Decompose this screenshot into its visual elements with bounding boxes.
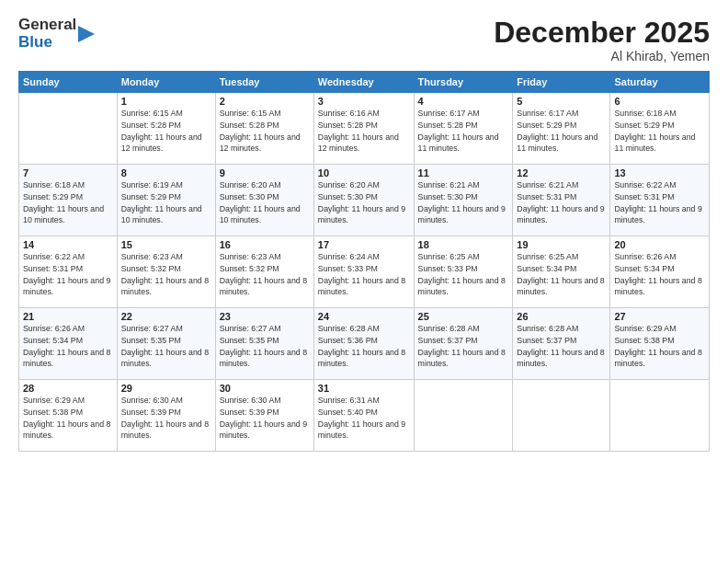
- day-info: Sunrise: 6:26 AMSunset: 5:34 PMDaylight:…: [614, 251, 705, 298]
- day-info: Sunrise: 6:22 AMSunset: 5:31 PMDaylight:…: [614, 179, 705, 226]
- logo-text: General Blue: [18, 17, 76, 51]
- calendar-cell: 13Sunrise: 6:22 AMSunset: 5:31 PMDayligh…: [610, 165, 710, 236]
- day-number: 24: [318, 311, 410, 322]
- calendar-cell: 14Sunrise: 6:22 AMSunset: 5:31 PMDayligh…: [19, 236, 118, 308]
- calendar-cell: 16Sunrise: 6:23 AMSunset: 5:32 PMDayligh…: [215, 236, 313, 308]
- day-number: 30: [220, 383, 310, 394]
- calendar-cell: 1Sunrise: 6:15 AMSunset: 5:28 PMDaylight…: [117, 93, 215, 165]
- day-number: 23: [220, 311, 310, 322]
- calendar-cell: 10Sunrise: 6:20 AMSunset: 5:30 PMDayligh…: [313, 165, 414, 236]
- calendar-cell: 19Sunrise: 6:25 AMSunset: 5:34 PMDayligh…: [513, 236, 610, 308]
- calendar-cell: [610, 380, 710, 452]
- day-number: 27: [614, 311, 705, 322]
- calendar-cell: 9Sunrise: 6:20 AMSunset: 5:30 PMDaylight…: [215, 165, 313, 236]
- day-info: Sunrise: 6:30 AMSunset: 5:39 PMDaylight:…: [220, 395, 310, 442]
- day-info: Sunrise: 6:23 AMSunset: 5:32 PMDaylight:…: [220, 251, 310, 298]
- day-info: Sunrise: 6:31 AMSunset: 5:40 PMDaylight:…: [318, 395, 410, 442]
- day-info: Sunrise: 6:21 AMSunset: 5:30 PMDaylight:…: [418, 179, 509, 226]
- logo-triangle-icon: [78, 22, 95, 42]
- day-number: 26: [517, 311, 606, 322]
- day-info: Sunrise: 6:30 AMSunset: 5:39 PMDaylight:…: [121, 395, 211, 442]
- calendar-week-row: 21Sunrise: 6:26 AMSunset: 5:34 PMDayligh…: [19, 308, 710, 380]
- calendar-cell: 25Sunrise: 6:28 AMSunset: 5:37 PMDayligh…: [414, 308, 513, 380]
- page: General Blue December 2025 Al Khirab, Ye…: [0, 0, 728, 563]
- day-number: 29: [121, 383, 211, 394]
- calendar-cell: 8Sunrise: 6:19 AMSunset: 5:29 PMDaylight…: [117, 165, 215, 236]
- header-sunday: Sunday: [19, 72, 118, 93]
- day-number: 15: [121, 239, 211, 250]
- calendar-cell: 2Sunrise: 6:15 AMSunset: 5:28 PMDaylight…: [215, 93, 313, 165]
- logo-blue: Blue: [18, 34, 76, 52]
- day-info: Sunrise: 6:23 AMSunset: 5:32 PMDaylight:…: [121, 251, 211, 298]
- calendar-cell: 31Sunrise: 6:31 AMSunset: 5:40 PMDayligh…: [313, 380, 414, 452]
- calendar-cell: 17Sunrise: 6:24 AMSunset: 5:33 PMDayligh…: [313, 236, 414, 308]
- day-info: Sunrise: 6:29 AMSunset: 5:38 PMDaylight:…: [614, 323, 705, 370]
- calendar-cell: 5Sunrise: 6:17 AMSunset: 5:29 PMDaylight…: [513, 93, 610, 165]
- day-number: 6: [614, 96, 705, 107]
- day-info: Sunrise: 6:18 AMSunset: 5:29 PMDaylight:…: [614, 108, 705, 155]
- day-info: Sunrise: 6:17 AMSunset: 5:29 PMDaylight:…: [517, 108, 606, 155]
- day-number: 3: [318, 96, 410, 107]
- day-info: Sunrise: 6:22 AMSunset: 5:31 PMDaylight:…: [23, 251, 113, 298]
- day-info: Sunrise: 6:21 AMSunset: 5:31 PMDaylight:…: [517, 179, 606, 226]
- calendar-week-row: 28Sunrise: 6:29 AMSunset: 5:38 PMDayligh…: [19, 380, 710, 452]
- calendar-header-row: Sunday Monday Tuesday Wednesday Thursday…: [19, 72, 710, 93]
- calendar-week-row: 7Sunrise: 6:18 AMSunset: 5:29 PMDaylight…: [19, 165, 710, 236]
- calendar-cell: 28Sunrise: 6:29 AMSunset: 5:38 PMDayligh…: [19, 380, 118, 452]
- calendar-week-row: 14Sunrise: 6:22 AMSunset: 5:31 PMDayligh…: [19, 236, 710, 308]
- day-info: Sunrise: 6:15 AMSunset: 5:28 PMDaylight:…: [220, 108, 310, 155]
- day-info: Sunrise: 6:20 AMSunset: 5:30 PMDaylight:…: [318, 179, 410, 226]
- header-friday: Friday: [513, 72, 610, 93]
- header: General Blue December 2025 Al Khirab, Ye…: [18, 17, 710, 63]
- calendar-cell: 3Sunrise: 6:16 AMSunset: 5:28 PMDaylight…: [313, 93, 414, 165]
- calendar-cell: 4Sunrise: 6:17 AMSunset: 5:28 PMDaylight…: [414, 93, 513, 165]
- calendar-cell: 21Sunrise: 6:26 AMSunset: 5:34 PMDayligh…: [19, 308, 118, 380]
- calendar-table: Sunday Monday Tuesday Wednesday Thursday…: [18, 71, 710, 452]
- day-info: Sunrise: 6:16 AMSunset: 5:28 PMDaylight:…: [318, 108, 410, 155]
- day-info: Sunrise: 6:24 AMSunset: 5:33 PMDaylight:…: [318, 251, 410, 298]
- calendar-cell: 6Sunrise: 6:18 AMSunset: 5:29 PMDaylight…: [610, 93, 710, 165]
- logo-general: General: [18, 17, 76, 34]
- day-number: 19: [517, 239, 606, 250]
- day-number: 21: [23, 311, 113, 322]
- calendar-cell: 24Sunrise: 6:28 AMSunset: 5:36 PMDayligh…: [313, 308, 414, 380]
- day-number: 2: [220, 96, 310, 107]
- calendar-cell: 30Sunrise: 6:30 AMSunset: 5:39 PMDayligh…: [215, 380, 313, 452]
- day-info: Sunrise: 6:26 AMSunset: 5:34 PMDaylight:…: [23, 323, 113, 370]
- day-info: Sunrise: 6:29 AMSunset: 5:38 PMDaylight:…: [23, 395, 113, 442]
- day-number: 11: [418, 167, 509, 178]
- day-number: 31: [318, 383, 410, 394]
- calendar-cell: 23Sunrise: 6:27 AMSunset: 5:35 PMDayligh…: [215, 308, 313, 380]
- day-number: 1: [121, 96, 211, 107]
- title-block: December 2025 Al Khirab, Yemen: [494, 17, 710, 63]
- day-number: 14: [23, 239, 113, 250]
- calendar-cell: 27Sunrise: 6:29 AMSunset: 5:38 PMDayligh…: [610, 308, 710, 380]
- header-tuesday: Tuesday: [215, 72, 313, 93]
- calendar-cell: 15Sunrise: 6:23 AMSunset: 5:32 PMDayligh…: [117, 236, 215, 308]
- day-number: 28: [23, 383, 113, 394]
- calendar-cell: [414, 380, 513, 452]
- day-info: Sunrise: 6:28 AMSunset: 5:37 PMDaylight:…: [517, 323, 606, 370]
- day-number: 20: [614, 239, 705, 250]
- calendar-cell: [513, 380, 610, 452]
- calendar-cell: 20Sunrise: 6:26 AMSunset: 5:34 PMDayligh…: [610, 236, 710, 308]
- day-info: Sunrise: 6:28 AMSunset: 5:36 PMDaylight:…: [318, 323, 410, 370]
- header-monday: Monday: [117, 72, 215, 93]
- logo: General Blue: [18, 17, 95, 51]
- day-info: Sunrise: 6:15 AMSunset: 5:28 PMDaylight:…: [121, 108, 211, 155]
- header-saturday: Saturday: [610, 72, 710, 93]
- day-number: 13: [614, 167, 705, 178]
- day-info: Sunrise: 6:27 AMSunset: 5:35 PMDaylight:…: [121, 323, 211, 370]
- day-info: Sunrise: 6:19 AMSunset: 5:29 PMDaylight:…: [121, 179, 211, 226]
- svg-marker-0: [78, 26, 95, 42]
- day-info: Sunrise: 6:25 AMSunset: 5:34 PMDaylight:…: [517, 251, 606, 298]
- day-info: Sunrise: 6:25 AMSunset: 5:33 PMDaylight:…: [418, 251, 509, 298]
- day-info: Sunrise: 6:17 AMSunset: 5:28 PMDaylight:…: [418, 108, 509, 155]
- calendar-cell: 11Sunrise: 6:21 AMSunset: 5:30 PMDayligh…: [414, 165, 513, 236]
- calendar-cell: 18Sunrise: 6:25 AMSunset: 5:33 PMDayligh…: [414, 236, 513, 308]
- day-number: 25: [418, 311, 509, 322]
- day-number: 8: [121, 167, 211, 178]
- day-number: 22: [121, 311, 211, 322]
- calendar-cell: [19, 93, 118, 165]
- calendar-cell: 7Sunrise: 6:18 AMSunset: 5:29 PMDaylight…: [19, 165, 118, 236]
